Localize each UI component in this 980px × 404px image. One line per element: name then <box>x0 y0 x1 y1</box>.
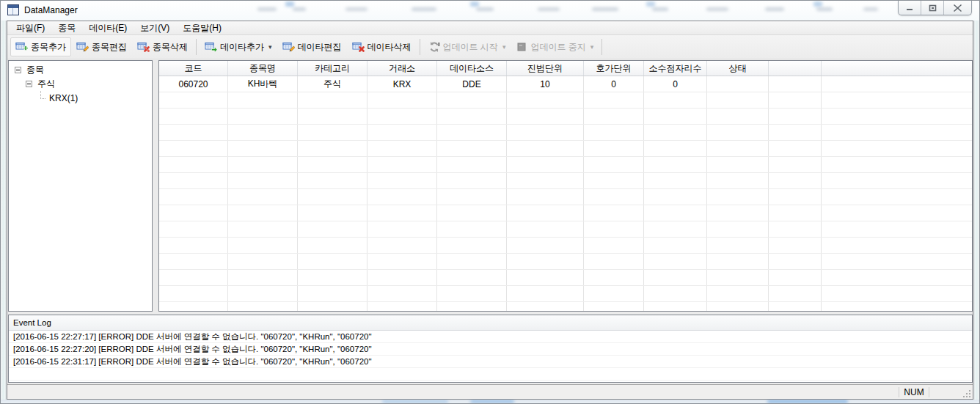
table-cell[interactable]: DDE <box>437 76 507 92</box>
table-cell <box>507 157 584 172</box>
table-cell-filler <box>769 125 822 140</box>
table-edit-icon <box>76 41 89 53</box>
menu-item-0[interactable]: 파일(F) <box>10 22 51 34</box>
table-cell <box>437 109 507 124</box>
table-cell <box>437 173 507 188</box>
close-button[interactable] <box>944 1 971 15</box>
column-header-8[interactable]: 상태 <box>707 61 769 76</box>
table-cell[interactable]: KH바텍 <box>228 76 298 92</box>
table-cell <box>368 286 437 301</box>
table-cell <box>584 254 644 269</box>
menu-item-3[interactable]: 보기(V) <box>134 22 176 34</box>
toolbar-button-label: 종목편집 <box>92 41 127 54</box>
table-cell[interactable]: 10 <box>507 76 584 92</box>
column-header-6[interactable]: 호가단위 <box>584 61 644 76</box>
app-icon[interactable] <box>7 4 19 15</box>
table-cell <box>507 109 584 124</box>
data-delete-button[interactable]: 데이타삭제 <box>347 37 417 56</box>
table-row-empty <box>159 286 972 302</box>
table-row-empty <box>159 173 972 189</box>
column-header-7[interactable]: 소수점자리수 <box>644 61 707 76</box>
table-cell <box>644 286 707 301</box>
table-cell[interactable]: KRX <box>368 76 437 92</box>
menu-item-1[interactable]: 종목 <box>51 22 82 34</box>
table-cell <box>584 173 644 188</box>
table-cell <box>644 141 707 156</box>
table-cell <box>507 173 584 188</box>
tree-item-label[interactable]: 종목 <box>25 64 45 76</box>
toolbar-button-label: 종목추가 <box>31 41 66 54</box>
table-cell[interactable]: 0 <box>644 76 707 92</box>
table-cell <box>368 125 437 140</box>
table-cell-filler <box>769 302 822 311</box>
table-cell <box>644 254 707 269</box>
column-header-1[interactable]: 종목명 <box>228 61 298 76</box>
menu-item-2[interactable]: 데이타(E) <box>82 22 134 34</box>
update-start-button[interactable]: 업데이트 시작▾ <box>423 37 511 56</box>
table-cell-filler <box>769 189 822 205</box>
table-cell <box>368 270 437 285</box>
table-cell <box>707 92 769 108</box>
toolbar-separator <box>601 39 602 55</box>
tree-item-label[interactable]: 주식 <box>36 78 56 90</box>
table-cell <box>707 173 769 188</box>
table-cell <box>707 205 769 221</box>
table-cell <box>298 270 368 285</box>
update-stop-button[interactable]: 업데이트 중지▾ <box>511 37 599 56</box>
column-header-0[interactable]: 코드 <box>159 61 228 76</box>
column-header-4[interactable]: 데이타소스 <box>437 61 507 76</box>
table-cell <box>707 254 769 269</box>
table-cell <box>368 92 437 108</box>
tree-item-krx1[interactable]: KRX(1) <box>9 91 152 105</box>
table-cell <box>507 238 584 253</box>
table-cell <box>159 125 228 140</box>
table-cell[interactable]: 060720 <box>159 76 228 92</box>
table-cell <box>644 92 707 108</box>
update-stop-icon <box>516 41 527 53</box>
table-cell <box>368 221 437 237</box>
table-cell <box>159 109 228 124</box>
tree-item-[interactable]: 종목 <box>9 63 152 77</box>
table-add-button[interactable]: 종목추가 <box>10 37 71 56</box>
event-log-header: Event Log <box>9 315 972 331</box>
column-header-5[interactable]: 진법단위 <box>507 61 584 76</box>
table-cell <box>298 173 368 188</box>
grid-body: 060720KH바텍주식KRXDDE1000 <box>159 76 972 311</box>
dropdown-icon[interactable]: ▾ <box>268 43 272 51</box>
table-cell <box>437 189 507 205</box>
dropdown-icon[interactable]: ▾ <box>502 43 506 51</box>
menu-bar: 파일(F)종목데이타(E)보기(V)도움말(H) <box>7 21 973 35</box>
table-cell <box>228 254 298 269</box>
table-cell <box>368 302 437 311</box>
table-row-empty <box>159 141 972 157</box>
minimize-icon <box>906 4 913 11</box>
table-cell <box>228 302 298 311</box>
table-cell-rest <box>822 109 972 124</box>
data-edit-button[interactable]: 데이타편집 <box>277 37 347 56</box>
table-row[interactable]: 060720KH바텍주식KRXDDE1000 <box>159 76 972 92</box>
table-cell <box>507 189 584 205</box>
table-cell-rest <box>822 286 972 301</box>
table-edit-button[interactable]: 종목편집 <box>71 37 132 56</box>
tree-item-label[interactable]: KRX(1) <box>48 93 79 103</box>
table-cell <box>644 157 707 172</box>
event-log-entry-empty <box>9 381 972 383</box>
tree-collapse-icon[interactable] <box>26 81 32 87</box>
table-cell-rest <box>822 205 972 221</box>
table-cell[interactable]: 0 <box>584 76 644 92</box>
table-cell-rest <box>822 270 972 285</box>
tree-collapse-icon[interactable] <box>15 67 21 73</box>
minimize-button[interactable] <box>899 1 921 15</box>
tree-item-[interactable]: 주식 <box>9 77 152 91</box>
table-delete-button[interactable]: 종목삭제 <box>132 37 193 56</box>
table-cell-filler <box>769 286 822 301</box>
column-header-2[interactable]: 카테고리 <box>298 61 368 76</box>
table-cell[interactable] <box>707 76 769 92</box>
restore-button[interactable] <box>921 1 944 15</box>
menu-item-4[interactable]: 도움말(H) <box>176 22 228 34</box>
column-header-3[interactable]: 거래소 <box>368 61 437 76</box>
resize-grip-icon[interactable] <box>962 389 972 399</box>
dropdown-icon[interactable]: ▾ <box>590 43 594 51</box>
table-cell[interactable]: 주식 <box>298 76 368 92</box>
data-add-button[interactable]: 데이타추가▾ <box>200 37 277 56</box>
